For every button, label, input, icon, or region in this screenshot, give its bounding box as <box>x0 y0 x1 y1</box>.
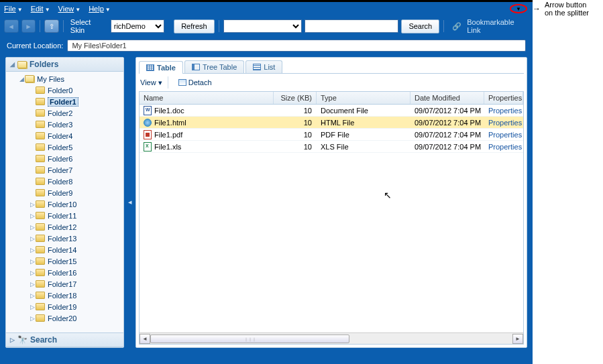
tree-item[interactable]: ▷Folder14 <box>6 244 123 255</box>
file-doc-icon <box>144 106 152 115</box>
tree-item[interactable]: ▷Folder10 <box>6 198 123 210</box>
search-input[interactable] <box>305 19 398 33</box>
search-category-select[interactable] <box>223 19 303 33</box>
toolbar: ◄ ► ⇧ Select Skin richDemo Refresh Searc… <box>0 15 533 37</box>
tree-item-label: Folder12 <box>48 223 76 231</box>
menu-file[interactable]: File▼ <box>4 5 23 13</box>
tree-root[interactable]: ◢My Files <box>6 73 123 84</box>
col-header-size[interactable]: Size (KB) <box>274 92 317 104</box>
tree-item[interactable]: Folder5 <box>6 141 123 153</box>
properties-link[interactable]: Properties <box>488 119 522 127</box>
scroll-track[interactable]: ⋮⋮⋮ <box>150 334 512 344</box>
expander-icon: ▷ <box>29 292 36 299</box>
properties-link[interactable]: Properties <box>488 131 522 139</box>
col-header-props[interactable]: Properties <box>484 92 523 104</box>
table-row[interactable]: File1.pdf10PDF File09/07/2012 7:04 PMPro… <box>140 129 523 141</box>
link-icon: 🔗 <box>452 22 461 31</box>
tree-item[interactable]: ▷Folder17 <box>6 278 123 290</box>
folder-icon <box>36 121 45 128</box>
tree-item[interactable]: ▷Folder12 <box>6 221 123 233</box>
tab-tree-table[interactable]: Tree Table <box>184 60 244 73</box>
folder-icon <box>36 292 45 299</box>
tree-item-label: Folder10 <box>48 200 76 208</box>
nav-forward-button[interactable]: ► <box>21 19 36 33</box>
cell-date: 09/07/2012 7:04 PM <box>410 119 484 127</box>
tree-item[interactable]: Folder9 <box>6 187 123 198</box>
table-row[interactable]: File1.xls10XLS File09/07/2012 7:04 PMPro… <box>140 141 523 153</box>
cell-name: File1.pdf <box>140 130 274 139</box>
nav-back-button[interactable]: ◄ <box>4 19 19 33</box>
cell-name: File1.xls <box>140 142 274 151</box>
col-header-type[interactable]: Type <box>317 92 410 104</box>
separator <box>168 76 168 88</box>
tree-item[interactable]: Folder7 <box>6 164 123 176</box>
tree-item-label: Folder9 <box>48 189 72 197</box>
table-row[interactable]: File1.html10HTML File09/07/2012 7:04 PMP… <box>140 117 523 129</box>
chevron-down-icon: ▼ <box>105 7 111 13</box>
search-panel-header[interactable]: ▷ 🔭 Search <box>6 332 123 347</box>
properties-link[interactable]: Properties <box>488 107 522 115</box>
menu-edit[interactable]: Edit▼ <box>31 5 50 13</box>
folder-tree: ◢My FilesFolder0Folder1Folder2Folder3Fol… <box>6 72 123 332</box>
tree-item[interactable]: ▷Folder16 <box>6 267 123 278</box>
tree-item[interactable]: ▷Folder19 <box>6 301 123 312</box>
splitter-grip-icon: ◀ <box>128 192 131 213</box>
bookmarkable-link[interactable]: Bookmarkable Link <box>467 18 529 34</box>
scroll-left-button[interactable]: ◄ <box>140 334 150 344</box>
cell-date: 09/07/2012 7:04 PM <box>410 107 484 115</box>
cell-name: File1.doc <box>140 106 274 115</box>
refresh-button[interactable]: Refresh <box>174 19 215 34</box>
cell-props: Properties <box>484 119 523 127</box>
tab-list[interactable]: List <box>245 60 282 73</box>
tree-item[interactable]: Folder2 <box>6 107 123 119</box>
cell-props: Properties <box>484 131 523 139</box>
scroll-thumb[interactable]: ⋮⋮⋮ <box>150 335 349 343</box>
tree-item[interactable]: ▷Folder13 <box>6 233 123 244</box>
tab-table[interactable]: Table <box>139 61 183 74</box>
search-button[interactable]: Search <box>401 19 439 34</box>
skin-select[interactable]: richDemo <box>111 19 164 33</box>
tree-item[interactable]: Folder0 <box>6 84 123 96</box>
tree-item[interactable]: Folder3 <box>6 119 123 130</box>
view-tabs: Table Tree Table List <box>139 60 524 74</box>
menu-help[interactable]: Help▼ <box>89 5 111 13</box>
tree-item[interactable]: ▷Folder11 <box>6 210 123 221</box>
tree-item-label: Folder1 <box>48 97 78 107</box>
file-name: File1.html <box>154 119 186 127</box>
expander-icon: ▷ <box>29 224 36 231</box>
detach-button[interactable]: Detach <box>174 76 217 88</box>
properties-link[interactable]: Properties <box>488 143 522 151</box>
expander-icon: ▷ <box>29 269 36 276</box>
tree-item[interactable]: ▷Folder15 <box>6 255 123 267</box>
nav-up-button[interactable]: ⇧ <box>44 19 59 33</box>
tree-item[interactable]: Folder6 <box>6 153 123 164</box>
folder-icon <box>36 257 45 265</box>
view-menu[interactable]: View ▾ <box>140 78 162 87</box>
cell-type: Document File <box>317 107 410 115</box>
tree-item[interactable]: ▷Folder18 <box>6 290 123 301</box>
separator <box>219 20 219 32</box>
splitter[interactable]: ◀ <box>128 57 131 348</box>
chevron-down-icon: ▼ <box>17 7 23 13</box>
scroll-right-button[interactable]: ► <box>512 334 523 344</box>
tree-item[interactable]: Folder8 <box>6 176 123 187</box>
cell-type: XLS File <box>317 143 410 151</box>
menu-view[interactable]: View▼ <box>58 5 81 13</box>
cell-date: 09/07/2012 7:04 PM <box>410 143 484 151</box>
expander-icon: ▷ <box>29 304 36 310</box>
col-header-name[interactable]: Name <box>140 92 274 104</box>
col-header-date[interactable]: Date Modified <box>410 92 484 104</box>
tree-item[interactable]: Folder4 <box>6 130 123 141</box>
location-input[interactable] <box>67 40 526 52</box>
expander-icon: ▷ <box>29 213 36 219</box>
tree-item[interactable]: Folder1 <box>6 96 123 107</box>
table-row[interactable]: File1.doc10Document File09/07/2012 7:04 … <box>140 105 523 117</box>
grid-header: Name Size (KB) Type Date Modified Proper… <box>140 92 523 105</box>
tree-item-label: Folder19 <box>48 303 76 311</box>
arrow-down-icon: ▼ <box>516 6 521 12</box>
folders-panel-header[interactable]: ◢ Folders <box>6 58 123 72</box>
tree-item-label: Folder4 <box>48 132 72 140</box>
horizontal-scrollbar[interactable]: ◄ ⋮⋮⋮ ► <box>140 332 523 344</box>
menu-help-label: Help <box>89 5 104 13</box>
tree-item[interactable]: ▷Folder20 <box>6 312 123 324</box>
